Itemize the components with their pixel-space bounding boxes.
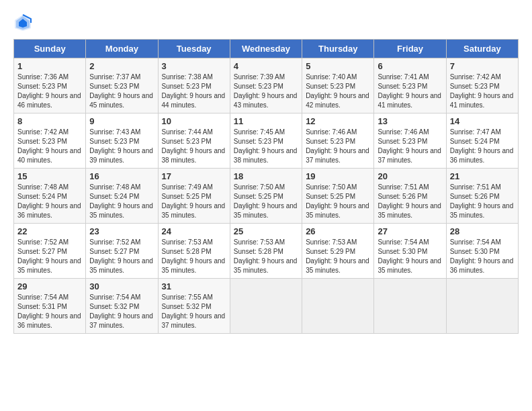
calendar-cell: 10 Sunrise: 7:44 AMSunset: 5:23 PMDaylig… (158, 113, 230, 169)
calendar-cell: 26 Sunrise: 7:53 AMSunset: 5:29 PMDaylig… (302, 224, 374, 279)
day-number: 2 (89, 61, 154, 71)
weekday-header-monday: Monday (86, 40, 158, 58)
calendar-cell: 2 Sunrise: 7:37 AMSunset: 5:23 PMDayligh… (86, 58, 158, 113)
calendar-cell: 5 Sunrise: 7:40 AMSunset: 5:23 PMDayligh… (302, 58, 374, 113)
weekday-header-saturday: Saturday (446, 40, 518, 58)
day-info: Sunrise: 7:47 AMSunset: 5:24 PMDaylight:… (450, 128, 514, 164)
calendar-cell: 22 Sunrise: 7:52 AMSunset: 5:27 PMDaylig… (14, 224, 86, 279)
weekday-header-friday: Friday (374, 40, 446, 58)
day-info: Sunrise: 7:53 AMSunset: 5:29 PMDaylight:… (306, 238, 369, 274)
day-info: Sunrise: 7:54 AMSunset: 5:30 PMDaylight:… (378, 238, 441, 274)
day-number: 6 (378, 61, 442, 71)
day-number: 5 (306, 61, 370, 71)
calendar-cell: 31 Sunrise: 7:55 AMSunset: 5:32 PMDaylig… (158, 279, 230, 334)
calendar-cell: 11 Sunrise: 7:45 AMSunset: 5:23 PMDaylig… (230, 113, 302, 169)
day-number: 4 (234, 61, 298, 71)
calendar-cell: 30 Sunrise: 7:54 AMSunset: 5:32 PMDaylig… (86, 279, 158, 334)
calendar-cell: 29 Sunrise: 7:54 AMSunset: 5:31 PMDaylig… (14, 279, 86, 334)
weekday-header-tuesday: Tuesday (158, 40, 230, 58)
day-number: 8 (17, 116, 82, 126)
day-number: 1 (17, 61, 82, 71)
day-info: Sunrise: 7:54 AMSunset: 5:30 PMDaylight:… (450, 238, 514, 274)
calendar-cell (446, 279, 518, 334)
calendar-cell: 23 Sunrise: 7:52 AMSunset: 5:27 PMDaylig… (86, 224, 158, 279)
day-number: 11 (234, 116, 298, 126)
weekday-header-sunday: Sunday (14, 40, 86, 58)
weekday-header-wednesday: Wednesday (230, 40, 302, 58)
weekday-header-thursday: Thursday (302, 40, 374, 58)
calendar-cell: 17 Sunrise: 7:49 AMSunset: 5:25 PMDaylig… (158, 169, 230, 224)
day-number: 25 (234, 226, 298, 236)
day-number: 13 (378, 116, 442, 126)
day-info: Sunrise: 7:50 AMSunset: 5:25 PMDaylight:… (306, 183, 369, 219)
day-number: 27 (378, 226, 442, 236)
day-info: Sunrise: 7:52 AMSunset: 5:27 PMDaylight:… (17, 238, 81, 274)
day-number: 19 (306, 171, 370, 181)
day-number: 18 (234, 171, 298, 181)
calendar-cell: 7 Sunrise: 7:42 AMSunset: 5:23 PMDayligh… (446, 58, 518, 113)
day-number: 15 (17, 171, 82, 181)
day-number: 16 (89, 171, 154, 181)
day-info: Sunrise: 7:52 AMSunset: 5:27 PMDaylight:… (89, 238, 153, 274)
day-info: Sunrise: 7:49 AMSunset: 5:25 PMDaylight:… (162, 183, 226, 219)
calendar-cell: 19 Sunrise: 7:50 AMSunset: 5:25 PMDaylig… (302, 169, 374, 224)
calendar-cell: 27 Sunrise: 7:54 AMSunset: 5:30 PMDaylig… (374, 224, 446, 279)
day-info: Sunrise: 7:39 AMSunset: 5:23 PMDaylight:… (234, 73, 298, 109)
day-info: Sunrise: 7:42 AMSunset: 5:23 PMDaylight:… (450, 73, 514, 109)
day-info: Sunrise: 7:51 AMSunset: 5:26 PMDaylight:… (378, 183, 441, 219)
day-number: 10 (162, 116, 226, 126)
day-info: Sunrise: 7:53 AMSunset: 5:28 PMDaylight:… (162, 238, 226, 274)
calendar-cell: 3 Sunrise: 7:38 AMSunset: 5:23 PMDayligh… (158, 58, 230, 113)
day-info: Sunrise: 7:36 AMSunset: 5:23 PMDaylight:… (17, 73, 81, 109)
calendar-cell (230, 279, 302, 334)
day-number: 24 (162, 226, 226, 236)
day-info: Sunrise: 7:41 AMSunset: 5:23 PMDaylight:… (378, 73, 441, 109)
day-info: Sunrise: 7:51 AMSunset: 5:26 PMDaylight:… (450, 183, 514, 219)
day-number: 30 (89, 281, 154, 291)
day-info: Sunrise: 7:38 AMSunset: 5:23 PMDaylight:… (162, 73, 226, 109)
calendar-cell (302, 279, 374, 334)
day-number: 14 (450, 116, 515, 126)
day-info: Sunrise: 7:42 AMSunset: 5:23 PMDaylight:… (17, 128, 81, 164)
calendar-cell: 9 Sunrise: 7:43 AMSunset: 5:23 PMDayligh… (86, 113, 158, 169)
day-number: 23 (89, 226, 154, 236)
calendar-cell: 14 Sunrise: 7:47 AMSunset: 5:24 PMDaylig… (446, 113, 518, 169)
day-number: 20 (378, 171, 442, 181)
day-info: Sunrise: 7:46 AMSunset: 5:23 PMDaylight:… (306, 128, 369, 164)
day-number: 29 (17, 281, 82, 291)
day-info: Sunrise: 7:48 AMSunset: 5:24 PMDaylight:… (17, 183, 81, 219)
calendar-cell: 18 Sunrise: 7:50 AMSunset: 5:25 PMDaylig… (230, 169, 302, 224)
day-info: Sunrise: 7:55 AMSunset: 5:32 PMDaylight:… (162, 293, 226, 329)
day-number: 3 (162, 61, 226, 71)
page-header (13, 13, 519, 32)
calendar-cell: 25 Sunrise: 7:53 AMSunset: 5:28 PMDaylig… (230, 224, 302, 279)
day-number: 31 (162, 281, 226, 291)
day-info: Sunrise: 7:54 AMSunset: 5:32 PMDaylight:… (89, 293, 153, 329)
calendar-cell: 16 Sunrise: 7:48 AMSunset: 5:24 PMDaylig… (86, 169, 158, 224)
calendar-cell: 15 Sunrise: 7:48 AMSunset: 5:24 PMDaylig… (14, 169, 86, 224)
calendar-cell: 12 Sunrise: 7:46 AMSunset: 5:23 PMDaylig… (302, 113, 374, 169)
calendar-cell: 28 Sunrise: 7:54 AMSunset: 5:30 PMDaylig… (446, 224, 518, 279)
calendar-cell: 1 Sunrise: 7:36 AMSunset: 5:23 PMDayligh… (14, 58, 86, 113)
calendar-cell (374, 279, 446, 334)
day-number: 17 (162, 171, 226, 181)
calendar-table: SundayMondayTuesdayWednesdayThursdayFrid… (13, 39, 519, 334)
calendar-cell: 4 Sunrise: 7:39 AMSunset: 5:23 PMDayligh… (230, 58, 302, 113)
day-info: Sunrise: 7:37 AMSunset: 5:23 PMDaylight:… (89, 73, 153, 109)
day-number: 9 (89, 116, 154, 126)
day-number: 26 (306, 226, 370, 236)
day-info: Sunrise: 7:53 AMSunset: 5:28 PMDaylight:… (234, 238, 298, 274)
day-info: Sunrise: 7:44 AMSunset: 5:23 PMDaylight:… (162, 128, 226, 164)
day-info: Sunrise: 7:43 AMSunset: 5:23 PMDaylight:… (89, 128, 153, 164)
day-info: Sunrise: 7:54 AMSunset: 5:31 PMDaylight:… (17, 293, 81, 329)
day-info: Sunrise: 7:46 AMSunset: 5:23 PMDaylight:… (378, 128, 441, 164)
day-info: Sunrise: 7:40 AMSunset: 5:23 PMDaylight:… (306, 73, 369, 109)
day-number: 12 (306, 116, 370, 126)
calendar-cell: 6 Sunrise: 7:41 AMSunset: 5:23 PMDayligh… (374, 58, 446, 113)
logo-icon (13, 13, 32, 32)
day-number: 22 (17, 226, 82, 236)
calendar-cell: 13 Sunrise: 7:46 AMSunset: 5:23 PMDaylig… (374, 113, 446, 169)
day-number: 7 (450, 61, 515, 71)
calendar-cell: 21 Sunrise: 7:51 AMSunset: 5:26 PMDaylig… (446, 169, 518, 224)
day-info: Sunrise: 7:45 AMSunset: 5:23 PMDaylight:… (234, 128, 298, 164)
